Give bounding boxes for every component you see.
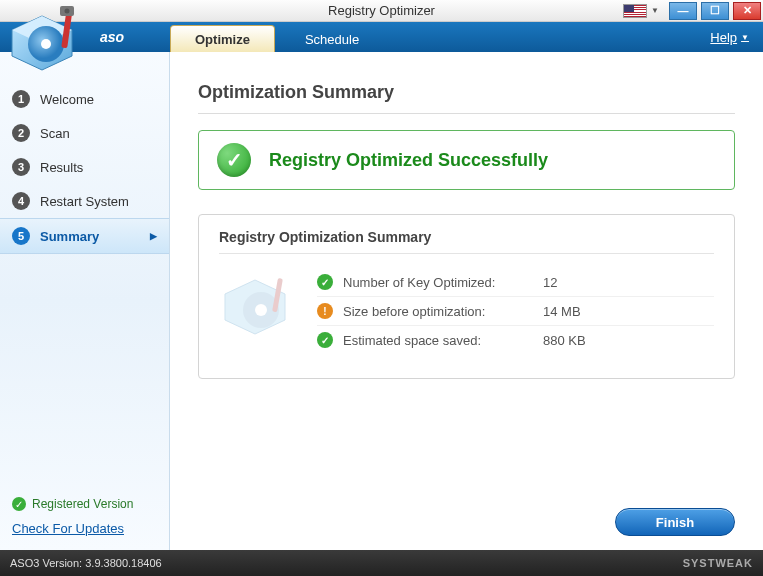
row-value: 14 MB (543, 304, 623, 319)
sidebar-step-summary[interactable]: 5 Summary ▶ (0, 218, 169, 254)
check-updates[interactable]: Check For Updates (0, 517, 169, 550)
registry-gear-icon (219, 268, 299, 348)
row-value: 12 (543, 275, 623, 290)
sidebar-step-welcome[interactable]: 1 Welcome (0, 82, 169, 116)
success-check-icon: ✓ (217, 143, 251, 177)
main-tabs: Optimize Schedule (170, 22, 389, 52)
help-label: Help (710, 30, 737, 45)
flag-dropdown-icon[interactable]: ▼ (651, 6, 659, 15)
registered-status: ✓ Registered Version (0, 491, 169, 517)
row-value: 880 KB (543, 333, 623, 348)
maximize-button[interactable]: ☐ (701, 2, 729, 20)
minimize-button[interactable]: — (669, 2, 697, 20)
tab-schedule[interactable]: Schedule (281, 26, 383, 52)
check-icon: ✓ (317, 332, 333, 348)
summary-row: ✓ Number of Key Optimized: 12 (317, 268, 714, 297)
flag-icon[interactable] (623, 4, 647, 18)
step-number: 4 (12, 192, 30, 210)
close-button[interactable]: ✕ (733, 2, 761, 20)
title-bar: Registry Optimizer ▼ — ☐ ✕ (0, 0, 763, 22)
summary-row: ! Size before optimization: 14 MB (317, 297, 714, 326)
finish-button[interactable]: Finish (615, 508, 735, 536)
step-label: Results (40, 160, 83, 175)
summary-panel: Registry Optimization Summary ✓ Number o… (198, 214, 735, 379)
divider (219, 253, 714, 254)
summary-title: Registry Optimization Summary (219, 229, 714, 245)
step-label: Welcome (40, 92, 94, 107)
sidebar-step-scan[interactable]: 2 Scan (0, 116, 169, 150)
status-bar: ASO3 Version: 3.9.3800.18406 SYSTWEAK (0, 550, 763, 576)
app-logo-icon (6, 4, 94, 76)
main-panel: Optimization Summary ✓ Registry Optimize… (170, 52, 763, 550)
svg-point-6 (65, 9, 70, 14)
step-label: Restart System (40, 194, 129, 209)
step-label: Scan (40, 126, 70, 141)
tab-optimize[interactable]: Optimize (170, 25, 275, 52)
sidebar-step-restart[interactable]: 4 Restart System (0, 184, 169, 218)
help-menu[interactable]: Help ▼ (696, 22, 763, 52)
registered-label: Registered Version (32, 497, 133, 511)
row-label: Size before optimization: (343, 304, 543, 319)
page-title: Optimization Summary (198, 82, 735, 103)
divider (198, 113, 735, 114)
check-updates-link[interactable]: Check For Updates (12, 521, 124, 536)
summary-row: ✓ Estimated space saved: 880 KB (317, 326, 714, 354)
sidebar-step-results[interactable]: 3 Results (0, 150, 169, 184)
success-message: Registry Optimized Successfully (269, 150, 548, 171)
chevron-down-icon: ▼ (741, 33, 749, 42)
version-label: ASO3 Version: 3.9.3800.18406 (10, 557, 162, 569)
step-number: 5 (12, 227, 30, 245)
step-number: 1 (12, 90, 30, 108)
svg-point-3 (41, 39, 51, 49)
step-number: 3 (12, 158, 30, 176)
check-icon: ✓ (12, 497, 26, 511)
success-banner: ✓ Registry Optimized Successfully (198, 130, 735, 190)
row-label: Estimated space saved: (343, 333, 543, 348)
warning-icon: ! (317, 303, 333, 319)
sidebar: 1 Welcome 2 Scan 3 Results 4 Restart Sys… (0, 52, 170, 550)
step-number: 2 (12, 124, 30, 142)
step-label: Summary (40, 229, 99, 244)
vendor-label: SYSTWEAK (683, 557, 753, 569)
chevron-right-icon: ▶ (150, 231, 157, 241)
svg-point-9 (255, 304, 267, 316)
menu-bar: aso Optimize Schedule Help ▼ (0, 22, 763, 52)
window-title: Registry Optimizer (328, 3, 435, 18)
row-label: Number of Key Optimized: (343, 275, 543, 290)
check-icon: ✓ (317, 274, 333, 290)
